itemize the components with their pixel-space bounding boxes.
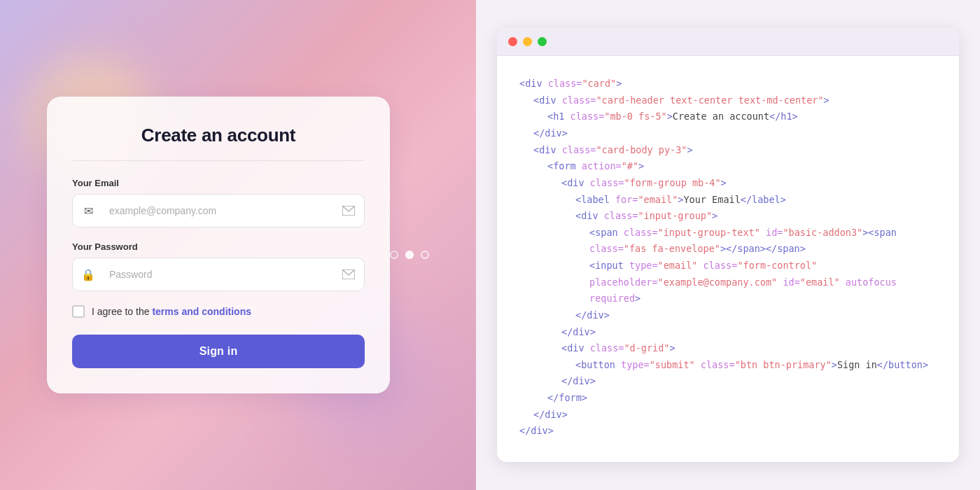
signup-card: Create an account Your Email ✉ — [47, 97, 390, 393]
envelope-icon: ✉ — [73, 195, 104, 227]
code-line: <h1 class="mb-0 fs-5">Create an account<… — [519, 108, 937, 125]
lock-icon: 🔒 — [73, 258, 104, 290]
password-form-group: Your Password 🔒 — [72, 241, 365, 291]
left-panel: Create an account Your Email ✉ — [0, 0, 476, 490]
password-toggle-icon — [336, 262, 361, 287]
email-input-group: ✉ — [72, 194, 365, 227]
terms-label: I agree to the terms and conditions — [92, 306, 251, 317]
password-label: Your Password — [72, 241, 365, 252]
code-line: </div> — [519, 125, 937, 142]
terms-row: I agree to the terms and conditions — [72, 305, 365, 318]
code-line: </div> — [519, 324, 937, 341]
sign-in-button[interactable]: Sign in — [72, 335, 365, 368]
code-line: placeholder="example@company.com" id="em… — [519, 274, 937, 307]
dot-2 — [405, 251, 414, 259]
right-panel: <div class="card"> <div class="card-head… — [476, 0, 980, 490]
email-label: Your Email — [72, 178, 365, 188]
email-toggle-icon — [336, 198, 361, 223]
code-window: <div class="card"> <div class="card-head… — [497, 28, 959, 462]
code-content: <div class="card"> <div class="card-head… — [497, 56, 959, 462]
password-field[interactable] — [104, 258, 336, 290]
code-line: <label for="email">Your Email</label> — [519, 192, 937, 209]
close-button-icon[interactable] — [508, 37, 517, 46]
maximize-button-icon[interactable] — [538, 37, 547, 46]
email-form-group: Your Email ✉ — [72, 178, 365, 227]
email-field[interactable] — [104, 195, 336, 227]
window-titlebar — [497, 28, 959, 56]
card-header: Create an account — [72, 125, 365, 161]
dot-1 — [390, 251, 398, 259]
code-line: <div class="card-body py-3"> — [519, 142, 937, 159]
code-line: </div> — [519, 373, 937, 390]
code-line: </div> — [519, 423, 937, 440]
terms-checkbox[interactable] — [72, 305, 85, 318]
code-line: <div class="card"> — [519, 76, 937, 92]
minimize-button-icon[interactable] — [523, 37, 532, 46]
terms-link[interactable]: terms and conditions — [152, 306, 251, 317]
code-line: </form> — [519, 390, 937, 407]
page-title: Create an account — [72, 125, 365, 146]
code-line: <div class="input-group"> — [519, 208, 937, 225]
code-line: <form action="#"> — [519, 158, 937, 175]
dot-3 — [421, 251, 429, 259]
code-line: <div class="d-grid"> — [519, 340, 937, 357]
code-line: <button type="submit" class="btn btn-pri… — [519, 357, 937, 374]
code-line: class="fas fa-envelope"></span></span> — [519, 241, 937, 258]
card-body: Your Email ✉ Your Password — [72, 178, 365, 368]
code-line: <div class="form-group mb-4"> — [519, 175, 937, 192]
signup-form: Your Email ✉ Your Password — [72, 178, 365, 368]
code-line: <span class="input-group-text" id="basic… — [519, 225, 937, 241]
pagination-dots — [390, 251, 429, 259]
code-line: <input type="email" class="form-control" — [519, 258, 937, 274]
password-input-group: 🔒 — [72, 258, 365, 291]
code-line: </div> — [519, 307, 937, 324]
code-line: <div class="card-header text-center text… — [519, 92, 937, 109]
code-line: </div> — [519, 407, 937, 424]
